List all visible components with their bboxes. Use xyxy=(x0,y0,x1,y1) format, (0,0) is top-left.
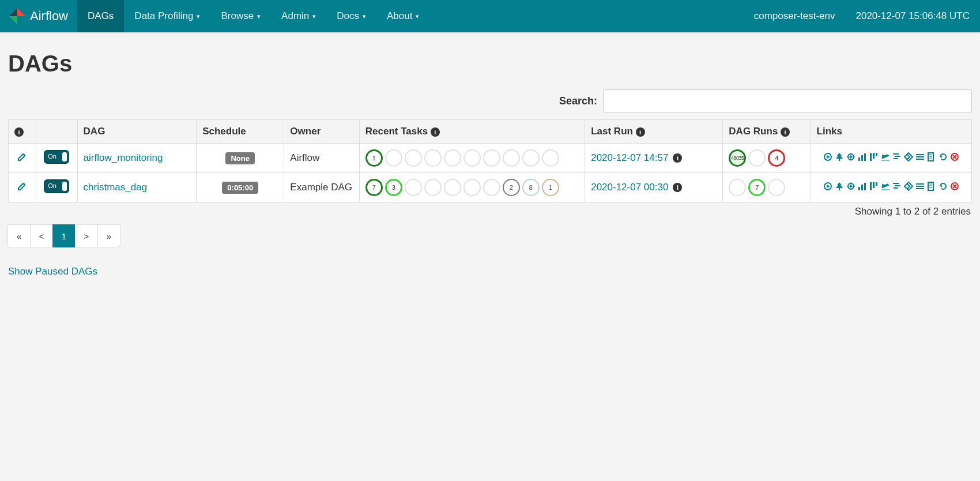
nav-item-dags[interactable]: DAGs xyxy=(77,0,124,32)
dag-toggle[interactable] xyxy=(44,150,69,164)
th-last-run[interactable]: Last Run i xyxy=(585,120,723,144)
info-icon[interactable]: i xyxy=(431,127,440,137)
graph-icon[interactable] xyxy=(846,182,855,194)
info-icon[interactable]: i xyxy=(636,127,645,137)
table-row: christmas_dag0:05:00Example DAG732812020… xyxy=(9,173,972,202)
th-owner[interactable]: Owner xyxy=(284,120,359,144)
owner-cell: Example DAG xyxy=(284,173,359,202)
task-circle[interactable]: 1 xyxy=(542,179,559,196)
nav-item-browse[interactable]: Browse▾ xyxy=(210,0,271,32)
task-circle xyxy=(424,149,442,167)
delete-icon[interactable] xyxy=(950,152,959,164)
nav-label: Admin xyxy=(281,10,309,22)
landing-icon[interactable] xyxy=(881,182,890,194)
landing-icon[interactable] xyxy=(881,152,890,164)
task-circle xyxy=(424,179,442,196)
svg-rect-47 xyxy=(916,183,924,185)
delete-icon[interactable] xyxy=(950,182,959,194)
task-circle[interactable]: 1 xyxy=(365,149,383,167)
entries-info: Showing 1 to 2 of 2 entries xyxy=(8,202,972,224)
run-circle[interactable]: 7 xyxy=(748,179,766,196)
trigger-icon[interactable] xyxy=(823,182,832,194)
nav-item-admin[interactable]: Admin▾ xyxy=(271,0,326,32)
brand[interactable]: Airflow xyxy=(0,0,77,32)
svg-rect-39 xyxy=(864,183,866,190)
tries-icon[interactable] xyxy=(869,152,879,164)
chevron-down-icon: ▾ xyxy=(363,13,366,20)
code-icon[interactable] xyxy=(915,182,925,194)
gantt-icon[interactable] xyxy=(892,182,902,194)
page-next[interactable]: > xyxy=(75,224,98,247)
dag-link[interactable]: airflow_monitoring xyxy=(84,152,163,163)
task-circle[interactable]: 3 xyxy=(385,179,402,196)
refresh-icon[interactable] xyxy=(938,152,948,164)
tree-icon[interactable] xyxy=(835,152,844,164)
dag-toggle[interactable] xyxy=(44,179,69,193)
svg-rect-50 xyxy=(928,182,933,190)
svg-point-0 xyxy=(24,154,25,155)
recent-tasks: 73281 xyxy=(365,179,579,196)
edit-icon[interactable] xyxy=(17,182,27,193)
svg-marker-46 xyxy=(904,182,913,190)
page-prev[interactable]: < xyxy=(30,224,53,247)
run-circle xyxy=(768,179,785,196)
svg-rect-10 xyxy=(864,153,866,161)
th-dag-runs[interactable]: DAG Runs i xyxy=(723,120,811,144)
details-icon[interactable] xyxy=(904,182,913,194)
info-icon[interactable]: i xyxy=(673,183,682,192)
nav-item-data-profiling[interactable]: Data Profiling▾ xyxy=(124,0,210,32)
svg-rect-48 xyxy=(916,186,924,187)
dag-link[interactable]: christmas_dag xyxy=(84,182,148,193)
task-circle[interactable]: 8 xyxy=(522,179,540,196)
info-icon[interactable]: i xyxy=(781,127,790,137)
nav-items: DAGsData Profiling▾Browse▾Admin▾Docs▾Abo… xyxy=(77,0,429,32)
tries-icon[interactable] xyxy=(869,182,879,194)
th-schedule[interactable]: Schedule xyxy=(197,120,284,144)
last-run-link[interactable]: 2020-12-07 14:57 xyxy=(591,152,668,164)
logs-icon[interactable] xyxy=(927,182,936,194)
show-paused-link[interactable]: Show Paused DAGs xyxy=(8,266,97,277)
edit-icon[interactable] xyxy=(17,153,27,164)
run-circle[interactable]: 48035 xyxy=(729,149,746,167)
task-circle xyxy=(483,179,500,196)
duration-icon[interactable] xyxy=(858,152,867,164)
info-icon[interactable]: i xyxy=(673,153,682,163)
task-circle xyxy=(444,149,461,167)
gantt-icon[interactable] xyxy=(892,152,902,164)
details-icon[interactable] xyxy=(904,152,913,164)
dag-runs: 480354 xyxy=(729,149,804,167)
svg-rect-3 xyxy=(839,159,840,161)
task-circle xyxy=(385,149,402,167)
graph-icon[interactable] xyxy=(846,152,855,164)
search-input[interactable] xyxy=(603,89,972,112)
th-links: Links xyxy=(811,120,971,144)
schedule-badge[interactable]: 0:05:00 xyxy=(222,182,258,194)
last-run-link[interactable]: 2020-12-07 00:30 xyxy=(591,182,668,193)
svg-rect-37 xyxy=(858,187,860,190)
th-recent-tasks[interactable]: Recent Tasks i xyxy=(359,120,585,144)
nav-label: Browse xyxy=(221,10,254,22)
svg-rect-9 xyxy=(861,155,863,161)
task-circle xyxy=(483,149,500,167)
code-icon[interactable] xyxy=(915,152,925,164)
logs-icon[interactable] xyxy=(927,152,936,164)
owner-cell: Airflow xyxy=(284,144,359,173)
refresh-icon[interactable] xyxy=(938,182,948,194)
page-current[interactable]: 1 xyxy=(52,224,76,247)
run-circle[interactable]: 4 xyxy=(768,149,785,167)
page-last[interactable]: » xyxy=(97,224,120,247)
nav-item-about[interactable]: About▾ xyxy=(376,0,429,32)
nav-label: Docs xyxy=(337,10,359,22)
svg-rect-49 xyxy=(916,188,924,189)
schedule-badge[interactable]: None xyxy=(225,152,255,164)
nav-item-docs[interactable]: Docs▾ xyxy=(326,0,376,32)
duration-icon[interactable] xyxy=(858,182,867,194)
task-circle[interactable]: 7 xyxy=(365,179,383,196)
task-circle[interactable]: 2 xyxy=(503,179,520,196)
tree-icon[interactable] xyxy=(835,182,844,194)
trigger-icon[interactable] xyxy=(823,152,832,164)
th-dag[interactable]: DAG xyxy=(77,120,197,144)
page-first[interactable]: « xyxy=(7,224,31,247)
task-circle xyxy=(405,179,422,196)
recent-tasks: 1 xyxy=(365,149,579,167)
